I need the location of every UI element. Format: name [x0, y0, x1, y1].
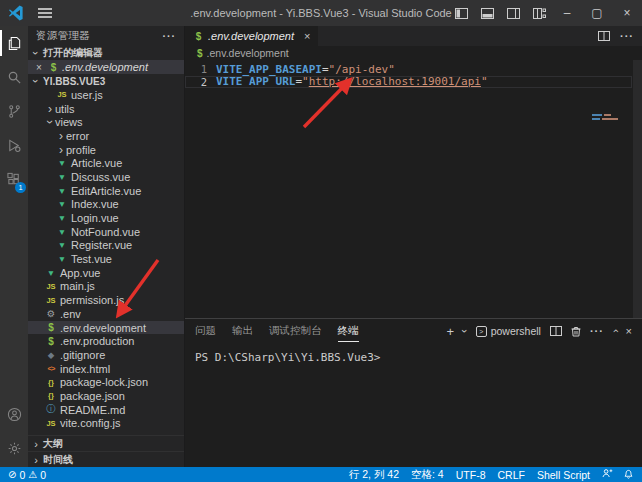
breadcrumb[interactable]: $ .env.development [185, 46, 642, 60]
tree-item[interactable]: › JS vite.config.js [28, 417, 184, 431]
file-name: user.js [71, 89, 103, 101]
file-tree: › JS user.js › utils › views [28, 88, 184, 430]
file-type-icon: $ [45, 322, 57, 333]
account-icon[interactable] [0, 397, 28, 431]
toggle-panel-icon[interactable] [474, 0, 500, 26]
tree-item[interactable]: › ▼ Test.vue [28, 252, 184, 266]
file-type-icon: JS [45, 282, 57, 291]
toggle-sidebar-icon[interactable] [448, 0, 474, 26]
search-icon[interactable] [0, 60, 28, 94]
tree-item[interactable]: › ⚙ .env [28, 307, 184, 321]
tree-item[interactable]: › ▼ EditArticle.vue [28, 184, 184, 198]
title-bar: .env.development - Yi.BBS.Vue3 - Visual … [0, 0, 642, 26]
close-editor-icon[interactable]: × [36, 62, 48, 73]
tree-item[interactable]: › ▼ Login.vue [28, 211, 184, 225]
tree-item[interactable]: › ▼ Article.vue [28, 156, 184, 170]
status-item[interactable]: 行 2, 列 42 [349, 468, 399, 482]
tree-item[interactable]: › $ .env.production [28, 334, 184, 348]
error-icon: ⊘ [8, 469, 16, 480]
file-name: package.json [60, 390, 125, 402]
line-number: 2 [185, 76, 207, 88]
notifications-bell-icon[interactable] [623, 468, 634, 481]
panel-tab[interactable]: 问题 [195, 320, 216, 342]
maximize-panel-icon[interactable]: › [609, 329, 621, 333]
tree-item[interactable]: › JS permission.js [28, 293, 184, 307]
menu-icon[interactable] [38, 8, 52, 18]
status-item[interactable]: CRLF [497, 469, 524, 481]
new-terminal-icon[interactable]: + [446, 324, 454, 339]
tree-item[interactable]: › {} package.json [28, 389, 184, 403]
url-link[interactable]: http://localhost:19001/api [309, 75, 481, 88]
status-item[interactable]: 空格: 4 [411, 468, 444, 482]
minimap[interactable] [592, 114, 630, 122]
close-button[interactable]: × [612, 0, 642, 26]
open-editor-item[interactable]: × $ .env.development [28, 60, 184, 74]
panel-more-actions-icon[interactable]: ··· [590, 325, 604, 337]
feedback-icon[interactable] [602, 468, 613, 481]
code-line-2[interactable]: 2 VITE_APP_URL="http://localhost:19001/a… [185, 76, 642, 89]
toggle-secondary-sidebar-icon[interactable] [500, 0, 526, 26]
breadcrumb-file[interactable]: .env.development [207, 47, 289, 59]
tab-env-development[interactable]: $ .env.development × [185, 26, 318, 46]
tree-item[interactable]: › ▼ Index.vue [28, 198, 184, 212]
settings-gear-icon[interactable] [0, 431, 28, 465]
code-line-1[interactable]: 1 VITE_APP_BASEAPI="/api-dev" [185, 63, 642, 76]
terminal[interactable]: PS D:\CSharp\Yi\Yi.BBS.Vue3> [185, 343, 642, 467]
terminal-icon: > [476, 326, 487, 337]
terminal-shell-item[interactable]: >powershell [476, 325, 541, 337]
tree-item[interactable]: › utils [28, 102, 184, 116]
tree-item[interactable]: › ⓘ README.md [28, 403, 184, 417]
status-item[interactable]: UTF-8 [456, 469, 486, 481]
tree-item[interactable]: › JS user.js [28, 88, 184, 102]
chevron-right-icon: › [32, 454, 40, 466]
panel-tab[interactable]: 输出 [232, 320, 253, 342]
close-panel-icon[interactable]: × [626, 325, 632, 337]
minimize-button[interactable]: – [552, 0, 582, 26]
tree-item[interactable]: › ▼ App.vue [28, 266, 184, 280]
folder-chevron-icon: › [56, 145, 66, 155]
file-type-icon: JS [56, 90, 68, 99]
tree-item[interactable]: › views [28, 115, 184, 129]
explorer-more-actions-icon[interactable]: ··· [163, 30, 177, 42]
folder-chevron-icon: › [45, 104, 55, 114]
tree-item[interactable]: › ▼ Register.vue [28, 239, 184, 253]
tree-item[interactable]: › $ .env.development [28, 321, 184, 335]
problems-errors[interactable]: ⊘ 0 [8, 469, 25, 481]
customize-layout-icon[interactable] [526, 0, 552, 26]
file-name: package-lock.json [60, 376, 148, 388]
editor-more-actions-icon[interactable]: ··· [620, 30, 634, 42]
project-root-header[interactable]: › YI.BBS.VUE3 [28, 74, 184, 88]
editor-scrollbar[interactable] [633, 60, 642, 318]
problems-warnings[interactable]: ⚠ 0 [28, 469, 46, 481]
panel-tab[interactable]: 调试控制台 [269, 320, 322, 342]
timeline-section-header[interactable]: › 时间线 [28, 451, 184, 467]
close-tab-icon[interactable]: × [304, 30, 310, 42]
status-bar: ⊘ 0 ⚠ 0 行 2, 列 42 空格: 4 UTF-8 [0, 467, 642, 482]
tree-item[interactable]: › <> index.html [28, 362, 184, 376]
tree-item[interactable]: › error [28, 129, 184, 143]
status-item[interactable]: Shell Script [537, 469, 590, 481]
tree-item[interactable]: › profile [28, 143, 184, 157]
terminal-dropdown-icon[interactable]: › [459, 329, 471, 333]
outline-section-header[interactable]: › 大纲 [28, 435, 184, 451]
tree-item[interactable]: › JS main.js [28, 280, 184, 294]
run-debug-icon[interactable] [0, 128, 28, 162]
file-type-icon: JS [45, 296, 57, 305]
explorer-icon[interactable] [0, 26, 28, 60]
kill-terminal-icon[interactable] [571, 326, 581, 337]
env-file-icon: $ [193, 31, 204, 42]
extensions-icon[interactable]: 1 [0, 162, 28, 196]
split-terminal-icon[interactable] [550, 326, 562, 336]
panel-tab[interactable]: 终端 [338, 320, 359, 342]
tree-item[interactable]: › {} package-lock.json [28, 375, 184, 389]
tree-item[interactable]: › ▼ Discuss.vue [28, 170, 184, 184]
activity-bar: 1 [0, 26, 28, 467]
tree-item[interactable]: › ▼ NotFound.vue [28, 225, 184, 239]
maximize-button[interactable]: ▢ [582, 0, 612, 26]
file-name: .env.development [60, 322, 146, 334]
split-editor-icon[interactable] [598, 31, 610, 41]
tree-item[interactable]: › ◆ .gitignore [28, 348, 184, 362]
source-control-icon[interactable] [0, 94, 28, 128]
code-editor[interactable]: 1 VITE_APP_BASEAPI="/api-dev" 2 VITE_APP… [185, 60, 642, 318]
open-editors-header[interactable]: › 打开的编辑器 [28, 46, 184, 60]
